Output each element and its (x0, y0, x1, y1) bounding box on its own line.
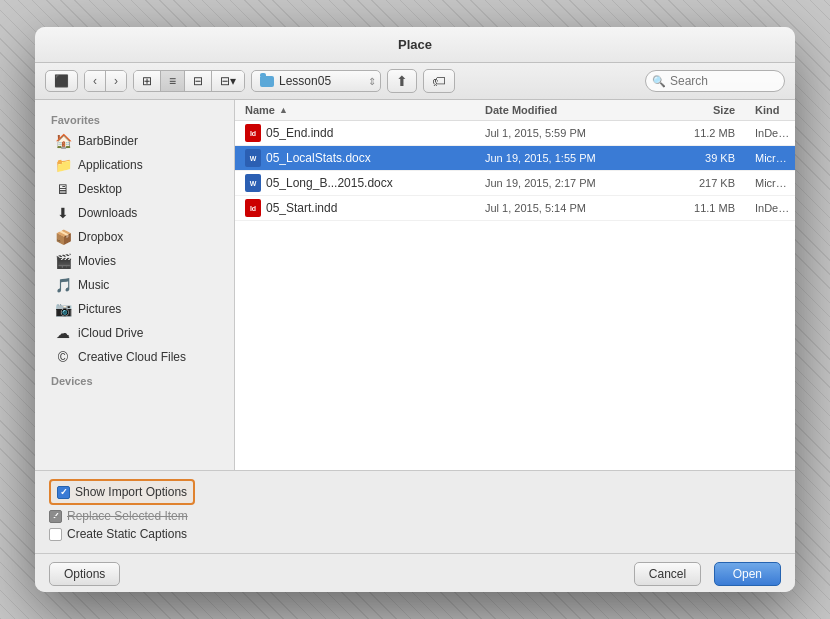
show-import-option[interactable]: Show Import Options (57, 485, 187, 499)
sidebar-item-downloads[interactable]: ⬇ Downloads (39, 201, 230, 225)
sidebar-item-dropbox[interactable]: 📦 Dropbox (39, 225, 230, 249)
view-coverflow-button[interactable]: ⊟▾ (212, 71, 244, 91)
file-row[interactable]: W05_Long_B...2015.docxJun 19, 2015, 2:17… (235, 171, 795, 196)
folder-icon (260, 76, 274, 87)
sidebar-item-label: BarbBinder (78, 134, 138, 148)
file-kind: InDe… (745, 202, 795, 214)
cancel-button[interactable]: Cancel (634, 562, 701, 586)
sidebar-item-label: Pictures (78, 302, 121, 316)
sidebar-item-label: iCloud Drive (78, 326, 143, 340)
music-icon: 🎵 (55, 277, 71, 293)
location-label: Lesson05 (279, 74, 331, 88)
bottom-panel: Show Import Options Replace Selected Ite… (35, 470, 795, 553)
replace-selected-option[interactable]: Replace Selected Item (49, 509, 188, 523)
sidebar-item-barbbinder[interactable]: 🏠 BarbBinder (39, 129, 230, 153)
location-selector[interactable]: Lesson05 ⇕ (251, 70, 381, 92)
sidebar-item-desktop[interactable]: 🖥 Desktop (39, 177, 230, 201)
file-name: 05_Long_B...2015.docx (266, 176, 393, 190)
file-date: Jun 19, 2015, 1:55 PM (475, 152, 655, 164)
column-size: Size (655, 104, 745, 116)
file-list-area: Name ▲ Date Modified Size Kind Id05_End.… (235, 100, 795, 470)
toolbar: ⬛ ‹ › ⊞ ≡ ⊟ ⊟▾ Lesson05 ⇕ (35, 63, 795, 100)
file-kind: Micr… (745, 152, 795, 164)
file-kind: InDe… (745, 127, 795, 139)
favorites-section-label: Favorites (35, 108, 234, 129)
sidebar-item-pictures[interactable]: 📷 Pictures (39, 297, 230, 321)
replace-selected-checkbox[interactable] (49, 510, 62, 523)
icloud-icon: ☁ (55, 325, 71, 341)
file-size: 11.2 MB (655, 127, 745, 139)
file-size: 217 KB (655, 177, 745, 189)
file-name-cell: Id05_Start.indd (235, 199, 475, 217)
docx-file-icon: W (245, 174, 261, 192)
share-button[interactable]: ⬆ (387, 69, 417, 93)
confirm-buttons: Cancel Open (634, 562, 781, 586)
view-columns-icon: ⊟ (193, 74, 203, 88)
desktop-icon: 🖥 (55, 181, 71, 197)
file-kind: Micr… (745, 177, 795, 189)
share-icon: ⬆ (396, 73, 408, 89)
create-static-checkbox[interactable] (49, 528, 62, 541)
options-row: Show Import Options (49, 479, 781, 505)
create-static-label: Create Static Captions (67, 527, 187, 541)
options-button[interactable]: Options (49, 562, 120, 586)
view-columns-button[interactable]: ⊟ (185, 71, 212, 91)
create-static-option[interactable]: Create Static Captions (49, 527, 187, 541)
column-kind: Kind (745, 104, 795, 116)
sidebar-item-label: Applications (78, 158, 143, 172)
tag-button[interactable]: 🏷 (423, 69, 455, 93)
sidebar: Favorites 🏠 BarbBinder 📁 Applications 🖥 … (35, 100, 235, 470)
creative-cloud-icon: © (55, 349, 71, 365)
sidebar-item-movies[interactable]: 🎬 Movies (39, 249, 230, 273)
view-icons-button[interactable]: ⊞ (134, 71, 161, 91)
title-bar: Place (35, 27, 795, 63)
button-row: Options Cancel Open (35, 553, 795, 592)
navigation-buttons: ‹ › (84, 70, 127, 92)
file-date: Jul 1, 2015, 5:59 PM (475, 127, 655, 139)
create-static-row: Create Static Captions (49, 527, 781, 541)
replace-selected-label: Replace Selected Item (67, 509, 188, 523)
sidebar-item-label: Movies (78, 254, 116, 268)
devices-section-label: Devices (35, 369, 234, 390)
nav-back-button[interactable]: ‹ (85, 71, 106, 91)
column-date: Date Modified (475, 104, 655, 116)
file-date: Jun 19, 2015, 2:17 PM (475, 177, 655, 189)
sidebar-item-music[interactable]: 🎵 Music (39, 273, 230, 297)
applications-icon: 📁 (55, 157, 71, 173)
file-row[interactable]: W05_LocalStats.docxJun 19, 2015, 1:55 PM… (235, 146, 795, 171)
file-rows-container: Id05_End.inddJul 1, 2015, 5:59 PM11.2 MB… (235, 121, 795, 221)
file-size: 11.1 MB (655, 202, 745, 214)
file-list-header: Name ▲ Date Modified Size Kind (235, 100, 795, 121)
sidebar-item-label: Downloads (78, 206, 137, 220)
replace-selected-row: Replace Selected Item (49, 509, 781, 523)
search-input[interactable] (645, 70, 785, 92)
file-name: 05_Start.indd (266, 201, 337, 215)
sidebar-item-label: Desktop (78, 182, 122, 196)
sidebar-item-icloud[interactable]: ☁ iCloud Drive (39, 321, 230, 345)
sidebar-item-label: Dropbox (78, 230, 123, 244)
docx-file-icon: W (245, 149, 261, 167)
show-import-label: Show Import Options (75, 485, 187, 499)
indd-file-icon: Id (245, 199, 261, 217)
sidebar-item-label: Creative Cloud Files (78, 350, 186, 364)
sidebar-toggle-button[interactable]: ⬛ (45, 70, 78, 92)
tag-icon: 🏷 (432, 73, 446, 89)
sidebar-toggle-icon: ⬛ (54, 74, 69, 88)
file-row[interactable]: Id05_End.inddJul 1, 2015, 5:59 PM11.2 MB… (235, 121, 795, 146)
file-row[interactable]: Id05_Start.inddJul 1, 2015, 5:14 PM11.1 … (235, 196, 795, 221)
show-import-checkbox[interactable] (57, 486, 70, 499)
view-coverflow-icon: ⊟▾ (220, 74, 236, 88)
nav-forward-button[interactable]: › (106, 71, 126, 91)
sidebar-item-label: Music (78, 278, 109, 292)
column-name: Name ▲ (235, 104, 475, 116)
downloads-icon: ⬇ (55, 205, 71, 221)
file-name-cell: W05_Long_B...2015.docx (235, 174, 475, 192)
open-button[interactable]: Open (714, 562, 781, 586)
movies-icon: 🎬 (55, 253, 71, 269)
home-icon: 🏠 (55, 133, 71, 149)
sidebar-item-creative-cloud[interactable]: © Creative Cloud Files (39, 345, 230, 369)
view-list-button[interactable]: ≡ (161, 71, 185, 91)
view-icons-icon: ⊞ (142, 74, 152, 88)
sidebar-item-applications[interactable]: 📁 Applications (39, 153, 230, 177)
location-display: Lesson05 (251, 70, 381, 92)
